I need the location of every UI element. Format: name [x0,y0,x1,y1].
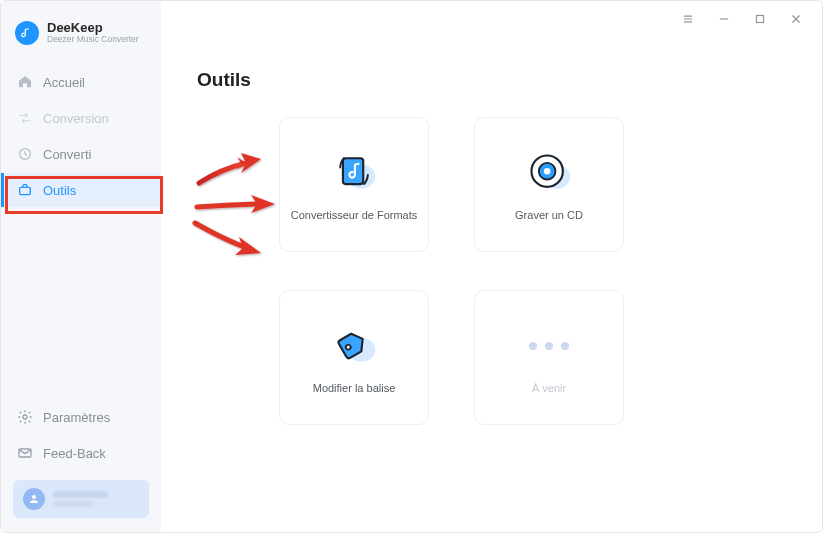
svg-rect-1 [20,187,31,194]
sidebar: DeeKeep Deezer Music Converter Accueil C… [1,1,161,532]
tool-card-converter[interactable]: Convertisseur de Formats [279,117,429,252]
minimize-icon[interactable] [716,11,732,27]
sidebar-item-conversion[interactable]: Conversion [1,101,161,135]
mail-icon [17,445,33,461]
cd-icon [525,149,573,197]
avatar-icon [23,488,45,510]
menu-icon[interactable] [680,11,696,27]
svg-point-12 [544,167,550,173]
tool-label: Modifier la balise [313,382,396,394]
window-controls [680,11,804,27]
maximize-icon[interactable] [752,11,768,27]
sidebar-item-feedback[interactable]: Feed-Back [1,436,161,470]
sidebar-item-label: Outils [43,183,76,198]
toolbox-icon [17,182,33,198]
tool-card-burn-cd[interactable]: Graver un CD [474,117,624,252]
sidebar-item-label: Feed-Back [43,446,106,461]
sidebar-item-converti[interactable]: Converti [1,137,161,171]
brand-logo-icon [15,21,39,45]
sidebar-item-label: Converti [43,147,91,162]
sidebar-item-label: Accueil [43,75,85,90]
more-dots-icon [525,322,573,370]
sidebar-item-accueil[interactable]: Accueil [1,65,161,99]
svg-point-15 [345,343,352,350]
account-placeholder [53,491,139,507]
svg-point-2 [23,415,27,419]
svg-point-4 [32,495,36,499]
account-chip[interactable] [13,480,149,518]
close-icon[interactable] [788,11,804,27]
svg-rect-5 [757,16,764,23]
sidebar-item-outils[interactable]: Outils [1,173,161,207]
nav: Accueil Conversion Converti Outils [1,65,161,207]
gear-icon [17,409,33,425]
brand-subtitle: Deezer Music Converter [47,35,139,44]
sidebar-item-parametres[interactable]: Paramètres [1,400,161,434]
tool-card-edit-tag[interactable]: Modifier la balise [279,290,429,425]
clock-icon [17,146,33,162]
tool-card-coming-soon: À venir [474,290,624,425]
page-title: Outils [197,69,796,91]
sidebar-item-label: Conversion [43,111,109,126]
tools-grid: Convertisseur de Formats Graver un CD [279,117,796,425]
converter-icon [330,149,378,197]
tool-label: Convertisseur de Formats [291,209,418,221]
brand: DeeKeep Deezer Music Converter [1,15,161,65]
home-icon [17,74,33,90]
tool-label: À venir [532,382,566,394]
main-area: Outils Convertisseur de Formats [161,1,822,532]
convert-icon [17,110,33,126]
sidebar-item-label: Paramètres [43,410,110,425]
brand-title: DeeKeep [47,21,139,35]
tool-label: Graver un CD [515,209,583,221]
tag-icon [330,322,378,370]
